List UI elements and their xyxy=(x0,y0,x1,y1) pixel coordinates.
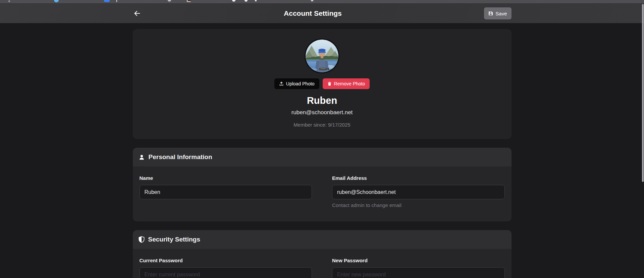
browser-tab-strip xyxy=(0,0,644,4)
tab-favicon[interactable] xyxy=(168,0,171,2)
tab-favicon[interactable] xyxy=(232,0,235,2)
arrow-left-icon xyxy=(133,10,141,17)
name-input[interactable] xyxy=(140,185,312,199)
tab-favicon[interactable] xyxy=(310,0,314,2)
tab-favicon[interactable] xyxy=(104,0,110,2)
photo-actions: Upload Photo Remove Photo xyxy=(133,78,512,89)
email-helper-text: Contact admin to change email xyxy=(332,202,505,208)
tab-favicon[interactable] xyxy=(245,0,248,2)
save-floppy-icon xyxy=(488,11,493,16)
name-field-group: Name xyxy=(140,175,312,208)
app-header: Account Settings Save xyxy=(0,4,644,23)
save-button[interactable]: Save xyxy=(484,7,511,19)
shield-icon xyxy=(139,236,145,243)
security-settings-section: Security Settings Current Password New P… xyxy=(133,230,512,278)
email-label: Email Address xyxy=(332,175,505,181)
page-title: Account Settings xyxy=(142,9,484,17)
back-button[interactable] xyxy=(133,9,142,18)
upload-icon xyxy=(279,81,284,86)
email-input[interactable] xyxy=(332,185,505,199)
security-settings-header: Security Settings xyxy=(133,230,512,249)
vertical-scrollbar-thumb[interactable] xyxy=(642,4,644,182)
profile-email: ruben@schoonbaert.net xyxy=(133,109,512,116)
account-settings-page: Upload Photo Remove Photo Ruben ruben@sc… xyxy=(0,23,644,278)
upload-photo-label: Upload Photo xyxy=(286,81,315,86)
profile-display-name: Ruben xyxy=(133,95,512,106)
avatar xyxy=(305,39,339,73)
tab-favicon[interactable] xyxy=(255,0,257,1)
new-password-input[interactable] xyxy=(332,267,505,278)
person-icon xyxy=(139,154,145,160)
personal-information-section: Personal Information Name Email Address … xyxy=(133,148,512,221)
current-password-group: Current Password xyxy=(140,258,312,278)
tab-favicon[interactable] xyxy=(187,0,191,2)
upload-photo-button[interactable]: Upload Photo xyxy=(274,78,319,89)
avatar-photo xyxy=(306,40,338,72)
current-password-label: Current Password xyxy=(140,258,312,263)
email-field-group: Email Address Contact admin to change em… xyxy=(332,175,505,208)
section-title: Personal Information xyxy=(149,153,212,161)
personal-information-header: Personal Information xyxy=(133,148,512,166)
remove-photo-label: Remove Photo xyxy=(334,81,365,86)
current-password-input[interactable] xyxy=(140,267,312,278)
profile-card: Upload Photo Remove Photo Ruben ruben@sc… xyxy=(133,29,512,139)
tab-favicon[interactable] xyxy=(116,0,117,2)
tab-favicon[interactable] xyxy=(8,0,10,2)
section-title: Security Settings xyxy=(148,236,200,243)
tab-favicon[interactable] xyxy=(54,0,59,2)
member-since-text: Member since: 9/17/2025 xyxy=(133,122,512,128)
name-label: Name xyxy=(140,175,312,181)
remove-photo-button[interactable]: Remove Photo xyxy=(323,78,370,89)
save-button-label: Save xyxy=(495,11,507,16)
new-password-label: New Password xyxy=(332,258,505,263)
new-password-group: New Password xyxy=(332,258,505,278)
trash-icon xyxy=(327,81,332,86)
